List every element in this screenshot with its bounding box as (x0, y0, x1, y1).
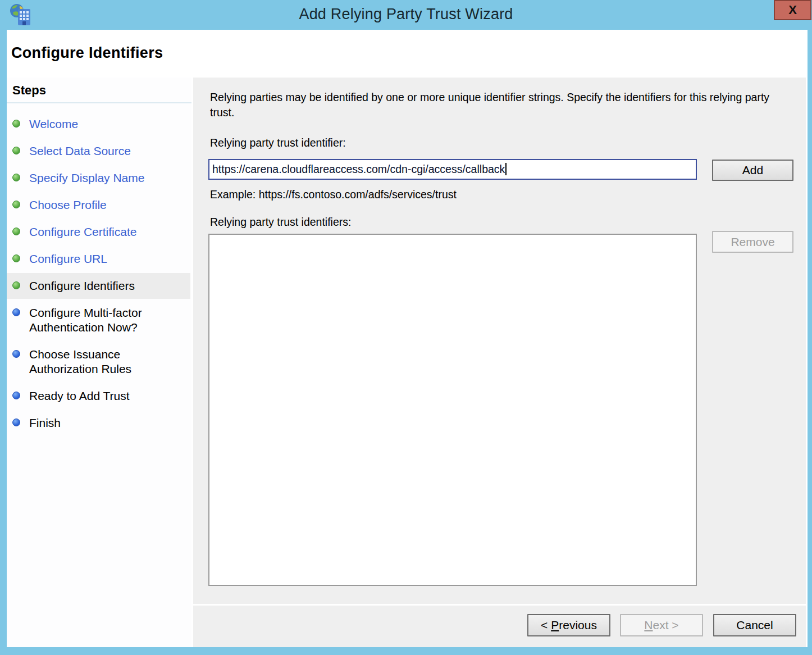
next-button[interactable]: Next > (620, 614, 703, 636)
identifiers-list-label: Relying party trust identifiers: (210, 216, 351, 229)
step-done-bullet-icon (12, 254, 20, 262)
intro-text: Relying parties may be identified by one… (210, 90, 791, 120)
text-caret (505, 163, 507, 175)
step-label: Specify Display Name (29, 171, 171, 185)
sidebar-item-configure-identifiers: Configure Identifiers (7, 273, 190, 299)
step-done-bullet-icon (12, 147, 20, 154)
step-label: Choose Profile (29, 198, 171, 212)
step-done-bullet-icon (12, 228, 20, 235)
main-panel: Relying parties may be identified by one… (193, 78, 806, 604)
step-pending-bullet-icon (12, 419, 20, 426)
sidebar-item-specify-display-name: Specify Display Name (7, 165, 190, 191)
identifiers-listbox[interactable] (208, 234, 697, 586)
step-label: Ready to Add Trust (29, 389, 171, 403)
sidebar-item-configure-multi-factor-authentication-now: Configure Multi-factor Authentication No… (7, 300, 190, 340)
step-label: Configure Multi-factor Authentication No… (29, 306, 171, 335)
step-label: Configure Identifiers (29, 279, 171, 293)
step-label: Welcome (29, 117, 171, 131)
page-header: Configure Identifiers (7, 30, 808, 78)
step-label: Finish (29, 416, 171, 430)
window-title: Add Relying Party Trust Wizard (0, 6, 812, 23)
step-done-bullet-icon (12, 174, 20, 181)
steps-sidebar: Steps WelcomeSelect Data SourceSpecify D… (7, 78, 191, 647)
footer: < Previous Next > Cancel (193, 606, 806, 647)
step-label: Configure Certificate (29, 225, 171, 239)
previous-button[interactable]: < Previous (527, 614, 610, 636)
step-done-bullet-icon (12, 281, 20, 289)
identifier-value: https://carena.cloudflareaccess.com/cdn-… (212, 163, 505, 175)
sidebar-item-configure-url: Configure URL (7, 246, 190, 272)
remove-button[interactable]: Remove (712, 231, 793, 253)
sidebar-item-welcome: Welcome (7, 111, 190, 137)
sidebar-item-finish: Finish (7, 410, 190, 436)
step-pending-bullet-icon (12, 350, 20, 358)
add-button[interactable]: Add (712, 160, 793, 181)
step-pending-bullet-icon (12, 392, 20, 399)
sidebar-item-ready-to-add-trust: Ready to Add Trust (7, 383, 190, 409)
identifier-input[interactable]: https://carena.cloudflareaccess.com/cdn-… (208, 159, 697, 180)
dialog-body: Configure Identifiers Steps WelcomeSelec… (7, 30, 808, 647)
step-done-bullet-icon (12, 201, 20, 208)
steps-list: WelcomeSelect Data SourceSpecify Display… (7, 111, 191, 436)
wizard-window: Add Relying Party Trust Wizard X Configu… (0, 0, 812, 655)
step-done-bullet-icon (12, 120, 20, 128)
step-label: Configure URL (29, 252, 171, 266)
close-button[interactable]: X (774, 0, 811, 20)
step-pending-bullet-icon (12, 308, 20, 316)
cancel-button[interactable]: Cancel (713, 614, 796, 636)
example-text: Example: https://fs.contoso.com/adfs/ser… (210, 188, 457, 201)
steps-heading: Steps (7, 78, 191, 103)
titlebar: Add Relying Party Trust Wizard X (0, 0, 812, 30)
step-label: Choose Issuance Authorization Rules (29, 347, 171, 376)
page-title: Configure Identifiers (11, 44, 163, 62)
sidebar-item-choose-profile: Choose Profile (7, 192, 190, 218)
sidebar-item-choose-issuance-authorization-rules: Choose Issuance Authorization Rules (7, 342, 190, 382)
sidebar-item-select-data-source: Select Data Source (7, 138, 190, 164)
sidebar-item-configure-certificate: Configure Certificate (7, 219, 190, 245)
step-label: Select Data Source (29, 144, 171, 158)
identifier-label: Relying party trust identifier: (210, 137, 346, 149)
